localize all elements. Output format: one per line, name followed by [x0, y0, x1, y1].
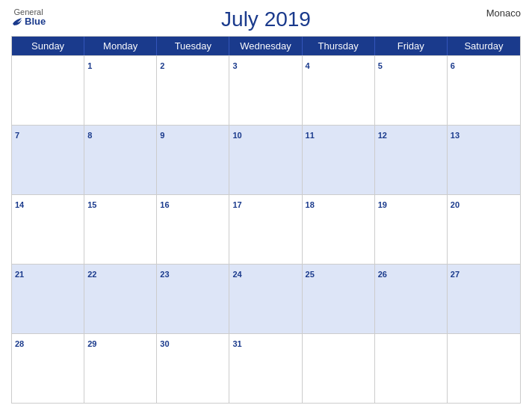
page-title: July 2019: [221, 7, 311, 31]
calendar-cell: 28: [12, 334, 84, 403]
calendar-cell: 15: [84, 195, 157, 264]
calendar-cell: 25: [303, 265, 375, 333]
calendar-cell: 23: [157, 265, 229, 333]
day-number: 8: [87, 131, 92, 140]
calendar-cell: 19: [375, 195, 448, 264]
weekday-header: Friday: [375, 37, 448, 55]
calendar-cell: 12: [375, 126, 448, 194]
calendar-cell: 14: [12, 195, 84, 264]
calendar-cell: 13: [448, 126, 520, 194]
day-number: 12: [378, 131, 387, 140]
day-number: 30: [160, 339, 169, 348]
calendar-week: 14151617181920: [12, 194, 520, 264]
day-number: 1: [87, 61, 92, 70]
calendar-cell: 17: [229, 195, 302, 264]
calendar-week: 21222324252627: [12, 264, 520, 333]
day-number: 4: [306, 61, 310, 70]
day-number: 17: [232, 200, 241, 209]
calendar-cell: 18: [303, 195, 375, 264]
day-number: 19: [378, 200, 387, 209]
day-number: 31: [232, 339, 241, 348]
day-number: 21: [15, 270, 24, 279]
calendar-cell: 5: [375, 56, 448, 125]
weekday-header: Thursday: [303, 37, 375, 55]
calendar-cell: 26: [375, 265, 448, 333]
calendar-cell: 31: [229, 334, 302, 403]
day-number: 28: [15, 339, 24, 348]
weekday-header: Monday: [84, 37, 157, 55]
day-number: 22: [87, 270, 96, 279]
calendar-cell: 1: [84, 56, 157, 125]
calendar: SundayMondayTuesdayWednesdayThursdayFrid…: [11, 36, 521, 404]
calendar-cell: 2: [157, 56, 229, 125]
logo-blue-text: Blue: [11, 16, 46, 27]
calendar-cell: 6: [448, 56, 520, 125]
logo: General Blue: [11, 7, 46, 27]
day-number: 6: [451, 61, 455, 70]
day-number: 24: [232, 270, 241, 279]
day-number: 25: [306, 270, 315, 279]
calendar-page: General Blue July 2019 Monaco SundayMond…: [0, 0, 532, 411]
calendar-cell: 8: [84, 126, 157, 194]
day-number: 23: [160, 270, 169, 279]
page-header: General Blue July 2019 Monaco: [11, 7, 521, 31]
day-number: 15: [87, 200, 96, 209]
day-number: 9: [160, 131, 164, 140]
weekday-header: Wednesday: [229, 37, 302, 55]
calendar-cell: [448, 334, 520, 403]
calendar-cell: 3: [229, 56, 302, 125]
weekday-header: Tuesday: [157, 37, 229, 55]
calendar-cell: 7: [12, 126, 84, 194]
day-number: 20: [451, 200, 460, 209]
day-number: 29: [87, 339, 96, 348]
calendar-week: 28293031: [12, 333, 520, 403]
calendar-cell: 27: [448, 265, 520, 333]
day-number: 16: [160, 200, 169, 209]
calendar-cell: 16: [157, 195, 229, 264]
weekday-header: Sunday: [12, 37, 84, 55]
day-number: 27: [451, 270, 460, 279]
calendar-cell: 11: [303, 126, 375, 194]
calendar-cell: 29: [84, 334, 157, 403]
weekday-header: Saturday: [448, 37, 520, 55]
day-number: 26: [378, 270, 387, 279]
day-number: 5: [378, 61, 383, 70]
country-label: Monaco: [486, 7, 521, 19]
day-number: 10: [232, 131, 241, 140]
calendar-week: 123456: [12, 55, 520, 125]
day-number: 3: [232, 61, 237, 70]
calendar-cell: 4: [303, 56, 375, 125]
logo-bird-icon: [11, 16, 23, 27]
calendar-body: 1234567891011121314151617181920212223242…: [12, 55, 520, 403]
day-number: 14: [15, 200, 24, 209]
day-number: 18: [306, 200, 315, 209]
calendar-week: 78910111213: [12, 125, 520, 194]
calendar-cell: 22: [84, 265, 157, 333]
calendar-cell: 9: [157, 126, 229, 194]
day-number: 2: [160, 61, 164, 70]
calendar-cell: 10: [229, 126, 302, 194]
day-number: 7: [15, 131, 19, 140]
calendar-cell: [12, 56, 84, 125]
day-number: 13: [451, 131, 460, 140]
day-number: 11: [306, 131, 315, 140]
calendar-cell: 21: [12, 265, 84, 333]
calendar-cell: [375, 334, 448, 403]
calendar-cell: 24: [229, 265, 302, 333]
calendar-cell: 30: [157, 334, 229, 403]
calendar-header: SundayMondayTuesdayWednesdayThursdayFrid…: [12, 37, 520, 55]
calendar-cell: [303, 334, 375, 403]
calendar-cell: 20: [448, 195, 520, 264]
